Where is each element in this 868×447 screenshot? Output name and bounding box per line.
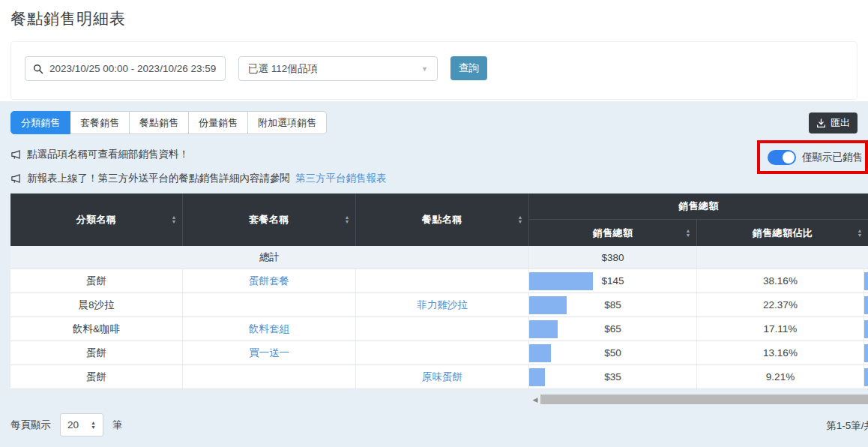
toggle-knob <box>783 152 795 164</box>
sold-only-toggle-group: 僅顯示已銷售 <box>757 140 868 174</box>
page-title: 餐點銷售明細表 <box>10 8 126 29</box>
megaphone-icon <box>10 149 22 160</box>
sort-icon[interactable]: ▲▼ <box>172 215 177 224</box>
amount-value: $50 <box>604 347 621 358</box>
column-header-sales-total[interactable]: 銷售總額▲▼ <box>529 220 697 246</box>
table-row: 晨8沙拉 菲力雞沙拉 $85 22.37% <box>10 293 868 317</box>
content-area: 分類銷售 套餐銷售 餐點銷售 份量銷售 附加選項銷售 匯出 點選品項名稱可查看細… <box>0 101 868 447</box>
cell-category: 飲料&咖啡 <box>10 317 183 340</box>
items-select[interactable]: 已選 112個品項 ▼ <box>238 56 438 81</box>
sort-icon[interactable]: ▲▼ <box>518 215 523 224</box>
date-range-input[interactable]: 2023/10/25 00:00 - 2023/10/26 23:59 <box>25 56 226 81</box>
clipped-next-column-bar <box>864 272 868 290</box>
sold-only-toggle[interactable] <box>768 150 796 165</box>
total-row: 總計 $380 <box>10 246 868 269</box>
cell-combo: 飲料套組 <box>183 317 356 340</box>
tab-addon-sales[interactable]: 附加選項銷售 <box>248 111 327 134</box>
tab-portion-sales[interactable]: 份量銷售 <box>189 111 248 134</box>
hint-new-report: 新報表上線了！第三方外送平台的餐點銷售詳細內容請參閱第三方平台銷售報表 <box>10 172 387 185</box>
column-header-sales-percent[interactable]: 銷售總額佔比▲▼ <box>697 220 868 246</box>
amount-bar <box>529 368 545 386</box>
meal-link[interactable]: 原味蛋餅 <box>422 370 462 384</box>
export-label: 匯出 <box>831 116 850 130</box>
table-row: 蛋餅 買一送一 $50 13.16% <box>10 341 868 365</box>
hint-text: 新報表上線了！第三方外送平台的餐點銷售詳細內容請參閱 <box>27 172 290 185</box>
search-icon <box>33 64 43 74</box>
cell-amount: $85 <box>529 293 697 316</box>
horizontal-scrollbar[interactable]: ◀ <box>530 394 868 405</box>
clipped-next-column-bar <box>864 296 868 314</box>
sales-table: 分類名稱▲▼ 套餐名稱▲▼ 餐點名稱▲▼ 銷售總額 銷售總額▲▼ 銷售總額佔比▲… <box>10 194 868 390</box>
table-row: 飲料&咖啡 飲料套組 $65 17.11% <box>10 317 868 341</box>
export-button[interactable]: 匯出 <box>809 112 858 134</box>
amount-value: $35 <box>604 371 621 382</box>
amount-value: $65 <box>604 323 621 334</box>
cell-category: 蛋餅 <box>10 341 183 364</box>
megaphone-icon <box>10 173 22 184</box>
combo-link[interactable]: 買一送一 <box>249 346 289 360</box>
amount-bar <box>529 344 551 362</box>
download-icon <box>816 118 826 128</box>
cell-percent: 13.16% <box>697 341 864 364</box>
scroll-left-icon[interactable]: ◀ <box>530 396 540 404</box>
cell-combo <box>183 365 356 388</box>
amount-bar <box>529 272 593 290</box>
combo-link[interactable]: 蛋餅套餐 <box>249 274 289 288</box>
cell-category: 晨8沙拉 <box>10 293 183 316</box>
cell-amount: $50 <box>529 341 697 364</box>
cell-percent: 38.16% <box>697 269 864 292</box>
meal-link[interactable]: 菲力雞沙拉 <box>417 298 468 312</box>
cell-amount: $65 <box>529 317 697 340</box>
tab-combo-sales[interactable]: 套餐銷售 <box>70 111 130 134</box>
cell-meal <box>356 317 529 340</box>
amount-value: $85 <box>604 299 621 310</box>
tab-category-sales[interactable]: 分類銷售 <box>10 111 70 134</box>
items-select-value: 已選 112個品項 <box>248 62 318 76</box>
hint-click-item: 點選品項名稱可查看細部銷售資料！ <box>10 148 189 161</box>
per-page-value: 20 <box>67 419 79 430</box>
total-percent <box>697 246 864 268</box>
meal-sales-report-page: 餐點銷售明細表 2023/10/25 00:00 - 2023/10/26 23… <box>0 0 868 447</box>
sold-only-toggle-label: 僅顯示已銷售 <box>802 151 863 164</box>
total-label: 總計 <box>10 246 529 268</box>
cell-meal: 原味蛋餅 <box>356 365 529 388</box>
per-page-select[interactable]: 20 ▲▼ <box>60 413 103 436</box>
column-group-header-sales-total: 銷售總額 <box>529 194 868 220</box>
cell-meal <box>356 269 529 292</box>
query-button[interactable]: 查詢 <box>450 56 487 80</box>
amount-bar <box>529 320 558 338</box>
cell-percent: 22.37% <box>697 293 864 316</box>
table-row: 蛋餅 原味蛋餅 $35 9.21% <box>10 365 868 389</box>
third-party-report-link[interactable]: 第三方平台銷售報表 <box>295 172 387 185</box>
tab-meal-sales[interactable]: 餐點銷售 <box>130 111 189 134</box>
chevron-down-icon: ▼ <box>421 65 428 73</box>
cell-meal <box>356 341 529 364</box>
cell-amount: $145 <box>529 269 697 292</box>
date-range-value: 2023/10/25 00:00 - 2023/10/26 23:59 <box>49 63 216 74</box>
sort-icon[interactable]: ▲▼ <box>858 229 863 238</box>
cell-combo: 買一送一 <box>183 341 356 364</box>
table-row: 蛋餅 蛋餅套餐 $145 38.16% <box>10 269 868 293</box>
per-page-unit: 筆 <box>112 418 123 432</box>
cell-category: 蛋餅 <box>10 269 183 292</box>
cell-amount: $35 <box>529 365 697 388</box>
scrollbar-thumb[interactable] <box>540 394 868 404</box>
sort-icon[interactable]: ▲▼ <box>686 229 691 238</box>
column-header-category[interactable]: 分類名稱▲▼ <box>10 194 183 246</box>
top-band: 餐點銷售明細表 2023/10/25 00:00 - 2023/10/26 23… <box>0 0 868 101</box>
column-header-meal[interactable]: 餐點名稱▲▼ <box>356 194 529 246</box>
hint-text: 點選品項名稱可查看細部銷售資料！ <box>27 148 189 161</box>
combo-link[interactable]: 飲料套組 <box>249 322 289 336</box>
clipped-next-column-bar <box>864 320 868 338</box>
per-page-control: 每頁顯示 20 ▲▼ 筆 <box>10 413 123 436</box>
cell-percent: 17.11% <box>697 317 864 340</box>
cell-percent: 9.21% <box>697 365 864 388</box>
amount-value: $145 <box>601 275 624 286</box>
total-amount: $380 <box>529 246 697 268</box>
clipped-next-column-bar <box>864 344 868 362</box>
spinner-icon: ▲▼ <box>91 421 96 430</box>
column-header-combo[interactable]: 套餐名稱▲▼ <box>183 194 356 246</box>
cell-combo <box>183 293 356 316</box>
clipped-next-column-bar <box>864 368 868 386</box>
sort-icon[interactable]: ▲▼ <box>345 215 350 224</box>
